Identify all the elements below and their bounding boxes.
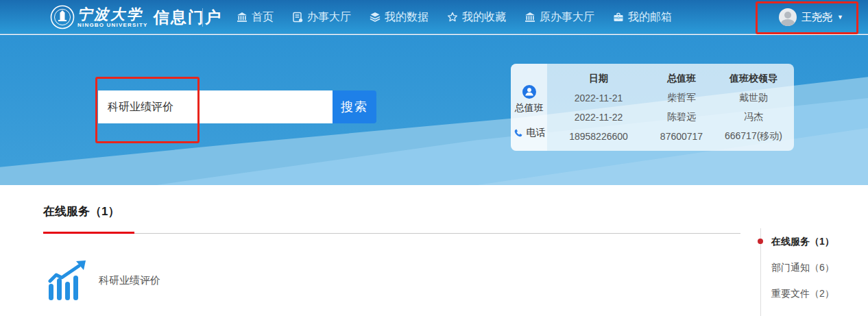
star-icon (447, 12, 458, 23)
nav-item-service-hall[interactable]: 办事大厅 (292, 10, 351, 25)
user-name: 王尧尧 (801, 11, 832, 24)
person-circle-icon (522, 84, 537, 99)
layers-icon (370, 12, 381, 23)
duty-role-label: 总值班 (515, 102, 544, 114)
duty-phone-number: 87600717 (660, 131, 703, 142)
duty-phone-label: 电话 (527, 127, 546, 139)
university-name-cn: 宁波大学 (77, 7, 148, 22)
duty-col-header: 日期 (589, 73, 608, 85)
duty-cell-leader: 冯杰 (744, 111, 763, 123)
university-name-en: NINGBO UNIVERSITY (77, 22, 148, 28)
chart-icon (48, 260, 86, 300)
bank-icon (237, 12, 248, 23)
duty-table: 日期 总值班 值班校领导 2022-11-21 柴哲军 戴世勋 2022-11-… (547, 64, 794, 151)
nav-label: 原办事大厅 (540, 10, 594, 25)
search-results-section: 在线服务（1） 科研业绩评价 在线服务（1） 部门通知（6） 重要文件（2） (0, 185, 868, 316)
search-input[interactable] (98, 90, 333, 123)
university-logo[interactable]: 宁波大学 NINGBO UNIVERSITY 信息门户 (50, 5, 222, 29)
service-result-item[interactable]: 科研业绩评价 (48, 260, 160, 300)
sidebar-active-dot-icon (758, 239, 763, 244)
sidebar-item-important-documents[interactable]: 重要文件（2） (771, 288, 834, 300)
nav-item-my-data[interactable]: 我的数据 (370, 10, 429, 25)
duty-col-header: 总值班 (667, 73, 696, 85)
main-nav: 首页 办事大厅 我的数据 我的收藏 (237, 0, 672, 34)
duty-col-header: 值班校领导 (730, 73, 777, 85)
bank-icon (525, 12, 535, 23)
nav-label: 我的数据 (385, 10, 429, 25)
duty-cell-leader: 戴世勋 (739, 92, 768, 104)
section-title-online-services: 在线服务（1） (43, 204, 119, 219)
phone-icon (513, 128, 523, 138)
chevron-down-icon: ▼ (837, 14, 843, 21)
duty-cell-person: 柴哲军 (667, 92, 696, 104)
nav-label: 首页 (252, 10, 274, 25)
nav-item-home[interactable]: 首页 (237, 10, 274, 25)
user-avatar (779, 8, 797, 26)
nav-label: 我的邮箱 (628, 10, 672, 25)
duty-phone-number: 666717(移动) (725, 130, 782, 143)
duty-card-left-column: 总值班 电话 (511, 64, 547, 151)
service-hall-icon (292, 12, 303, 23)
hero-banner: 搜索 总值班 电话 日期 总值班 值班校领导 (0, 35, 868, 185)
portal-page: 宁波大学 NINGBO UNIVERSITY 信息门户 首页 办事大厅 (0, 0, 868, 316)
university-seal-icon (50, 5, 75, 29)
duty-cell-date: 2022-11-21 (575, 93, 623, 104)
sidebar-item-online-services[interactable]: 在线服务（1） (771, 236, 834, 248)
search-button[interactable]: 搜索 (333, 90, 376, 123)
search-bar: 搜索 (98, 90, 376, 123)
section-divider-accent (43, 232, 134, 234)
nav-item-mailbox[interactable]: 我的邮箱 (613, 10, 672, 25)
user-menu[interactable]: 王尧尧 ▼ (779, 0, 843, 34)
duty-phone-number: 18958226600 (569, 131, 628, 142)
sidebar-item-department-notices[interactable]: 部门通知（6） (771, 262, 834, 274)
briefcase-icon (613, 12, 624, 23)
nav-label: 我的收藏 (462, 10, 506, 25)
duty-schedule-card: 总值班 电话 日期 总值班 值班校领导 2022-11-21 柴哲军 戴世勋 2… (511, 64, 794, 151)
nav-item-old-service-hall[interactable]: 原办事大厅 (525, 10, 594, 25)
duty-cell-date: 2022-11-22 (575, 112, 623, 123)
service-result-label: 科研业绩评价 (99, 274, 160, 287)
nav-item-favorites[interactable]: 我的收藏 (447, 10, 506, 25)
logo-divider (202, 8, 203, 27)
duty-cell-person: 陈碧远 (667, 111, 696, 123)
top-navbar: 宁波大学 NINGBO UNIVERSITY 信息门户 首页 办事大厅 (0, 0, 868, 34)
nav-label: 办事大厅 (307, 10, 351, 25)
portal-title: 信息门户 (154, 7, 222, 28)
section-divider (43, 233, 740, 234)
